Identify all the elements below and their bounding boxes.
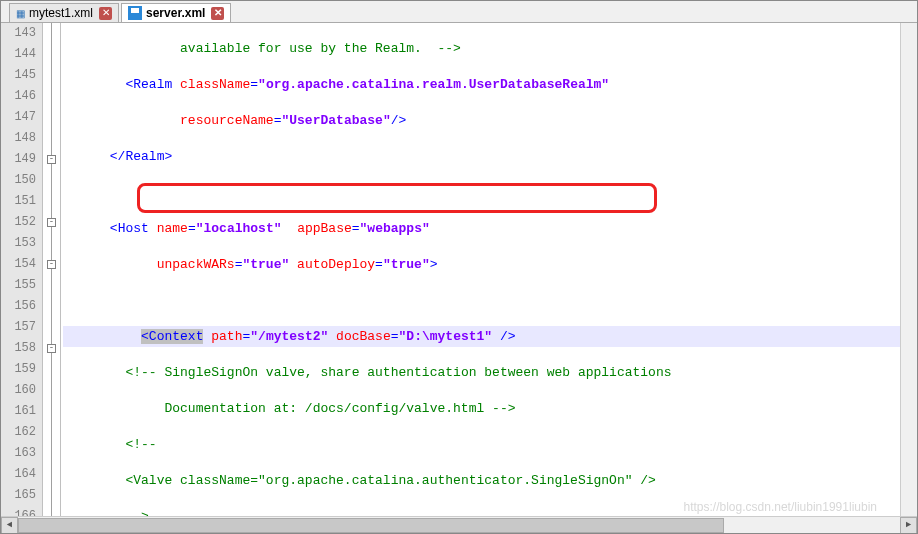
- code-line[interactable]: available for use by the Realm. -->: [63, 38, 917, 59]
- code-line[interactable]: [63, 290, 917, 311]
- code-line[interactable]: <Host name="localhost" appBase="webapps": [63, 218, 917, 239]
- line-number: 148: [1, 128, 36, 149]
- line-number: 165: [1, 485, 36, 506]
- line-number: 147: [1, 107, 36, 128]
- code-line[interactable]: unpackWARs="true" autoDeploy="true">: [63, 254, 917, 275]
- tab-label: server.xml: [146, 6, 205, 20]
- fold-column[interactable]: - - - -: [43, 23, 61, 516]
- scroll-thumb[interactable]: [18, 518, 724, 533]
- line-number: 145: [1, 65, 36, 86]
- close-icon[interactable]: ✕: [211, 7, 224, 20]
- code-line[interactable]: Documentation at: /docs/config/valve.htm…: [63, 398, 917, 419]
- fold-toggle[interactable]: -: [47, 260, 56, 269]
- line-number: 161: [1, 401, 36, 422]
- code-line[interactable]: [63, 182, 917, 203]
- code-line[interactable]: <Realm className="org.apache.catalina.re…: [63, 74, 917, 95]
- code-content[interactable]: available for use by the Realm. --> <Rea…: [61, 23, 917, 516]
- tab-server[interactable]: server.xml ✕: [121, 3, 231, 22]
- line-number: 156: [1, 296, 36, 317]
- line-number: 164: [1, 464, 36, 485]
- line-number: 154: [1, 254, 36, 275]
- line-number: 157: [1, 317, 36, 338]
- code-line[interactable]: <!-- SingleSignOn valve, share authentic…: [63, 362, 917, 383]
- tab-mytest1[interactable]: ▦ mytest1.xml ✕: [9, 3, 119, 22]
- code-line[interactable]: resourceName="UserDatabase"/>: [63, 110, 917, 131]
- line-number: 163: [1, 443, 36, 464]
- code-line[interactable]: <Valve className="org.apache.catalina.au…: [63, 470, 917, 491]
- tab-bar: ▦ mytest1.xml ✕ server.xml ✕: [1, 1, 917, 23]
- code-line[interactable]: -->: [63, 506, 917, 516]
- close-icon[interactable]: ✕: [99, 7, 112, 20]
- save-icon: [128, 6, 142, 20]
- line-number: 166: [1, 506, 36, 516]
- scroll-right-button[interactable]: ►: [900, 517, 917, 534]
- line-number: 152: [1, 212, 36, 233]
- scroll-track[interactable]: [18, 517, 900, 534]
- tab-label: mytest1.xml: [29, 6, 93, 20]
- scrollbar-horizontal[interactable]: ◄ ►: [1, 516, 917, 533]
- file-icon: ▦: [16, 8, 25, 19]
- line-number: 155: [1, 275, 36, 296]
- code-line[interactable]: </Realm>: [63, 146, 917, 167]
- fold-toggle[interactable]: -: [47, 344, 56, 353]
- code-line[interactable]: <!--: [63, 434, 917, 455]
- line-number: 159: [1, 359, 36, 380]
- line-number: 162: [1, 422, 36, 443]
- line-number: 150: [1, 170, 36, 191]
- line-gutter: 1431441451461471481491501511521531541551…: [1, 23, 43, 516]
- fold-toggle[interactable]: -: [47, 218, 56, 227]
- code-line-highlighted[interactable]: <Context path="/mytest2" docBase="D:\myt…: [63, 326, 917, 347]
- fold-toggle[interactable]: -: [47, 155, 56, 164]
- line-number: 146: [1, 86, 36, 107]
- editor-area[interactable]: 1431441451461471481491501511521531541551…: [1, 23, 917, 516]
- line-number: 160: [1, 380, 36, 401]
- line-number: 151: [1, 191, 36, 212]
- line-number: 149: [1, 149, 36, 170]
- scrollbar-vertical[interactable]: [900, 23, 917, 516]
- scroll-left-button[interactable]: ◄: [1, 517, 18, 534]
- line-number: 143: [1, 23, 36, 44]
- line-number: 158: [1, 338, 36, 359]
- line-number: 153: [1, 233, 36, 254]
- line-number: 144: [1, 44, 36, 65]
